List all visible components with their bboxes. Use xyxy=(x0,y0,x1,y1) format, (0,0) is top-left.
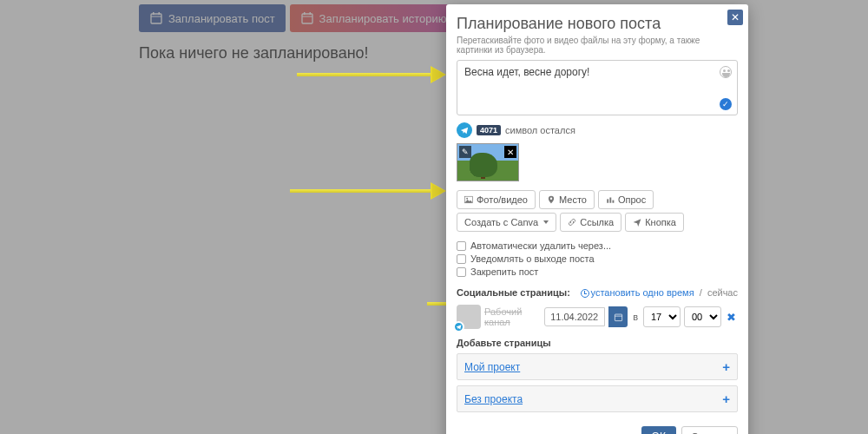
project-link[interactable]: Без проекта xyxy=(464,393,523,405)
char-count-badge: 4071 xyxy=(477,125,501,135)
image-icon xyxy=(464,195,473,204)
canva-button[interactable]: Создать с Canva xyxy=(457,213,556,232)
poll-button[interactable]: Опрос xyxy=(598,190,654,209)
channel-name: Рабочий канал xyxy=(484,306,541,327)
svg-rect-12 xyxy=(612,201,614,203)
svg-rect-11 xyxy=(609,198,611,203)
add-project-button[interactable]: + xyxy=(722,359,730,374)
attachment-thumbnail[interactable]: ✎ ✕ xyxy=(457,143,519,181)
date-input[interactable] xyxy=(544,307,605,326)
svg-point-9 xyxy=(466,198,468,200)
hour-select[interactable]: 17 xyxy=(643,306,681,327)
bars-icon xyxy=(606,195,615,204)
post-text-input[interactable]: Весна идет, весне дорогу! xyxy=(464,66,714,109)
project-row: Без проекта + xyxy=(457,385,738,412)
edit-thumbnail-button[interactable]: ✎ xyxy=(459,146,471,158)
chevron-down-icon xyxy=(543,220,549,224)
emoji-icon[interactable] xyxy=(720,66,732,78)
post-text-wrap: Весна идет, весне дорогу! ✓ xyxy=(457,60,738,115)
char-remain-text: символ остался xyxy=(505,125,575,135)
delete-thumbnail-button[interactable]: ✕ xyxy=(504,146,516,158)
minute-select[interactable]: 00 xyxy=(684,306,721,327)
add-pages-label: Добавьте страницы xyxy=(457,338,738,348)
photo-video-button[interactable]: Фото/видео xyxy=(457,190,536,209)
link-icon xyxy=(568,218,576,227)
button-button[interactable]: Кнопка xyxy=(625,213,684,232)
social-pages-label: Социальные страницы: xyxy=(457,287,570,298)
schedule-post-modal: ✕ Планирование нового поста Перетаскивай… xyxy=(446,4,748,434)
notify-checkbox[interactable]: Уведомлять о выходе поста xyxy=(457,253,738,264)
project-row: Мой проект + xyxy=(457,353,738,380)
set-single-time-link[interactable]: установить одно время xyxy=(591,287,694,298)
calendar-button[interactable] xyxy=(608,306,628,327)
add-project-button[interactable]: + xyxy=(722,391,730,406)
remove-schedule-button[interactable]: ✖ xyxy=(725,311,738,324)
ok-button[interactable]: ОК xyxy=(641,426,676,434)
telegram-badge-icon xyxy=(453,321,464,332)
spellcheck-icon[interactable]: ✓ xyxy=(720,98,732,110)
send-icon xyxy=(633,218,641,227)
svg-rect-13 xyxy=(615,314,621,321)
close-button[interactable]: ✕ xyxy=(727,10,743,25)
link-button[interactable]: Ссылка xyxy=(560,213,621,232)
at-label: в xyxy=(633,312,638,322)
svg-rect-10 xyxy=(607,199,608,202)
modal-title: Планирование нового поста xyxy=(457,15,738,33)
now-link[interactable]: сейчас xyxy=(707,287,738,298)
telegram-icon xyxy=(457,122,472,138)
cancel-button[interactable]: Отмена xyxy=(681,426,738,434)
auto-delete-checkbox[interactable]: Автоматически удалить через... xyxy=(457,240,738,251)
calendar-icon xyxy=(614,312,623,322)
project-link[interactable]: Мой проект xyxy=(464,361,520,373)
clock-icon xyxy=(581,289,589,298)
pin-icon xyxy=(547,195,556,204)
place-button[interactable]: Место xyxy=(539,190,595,209)
channel-avatar[interactable] xyxy=(457,305,481,329)
pin-checkbox[interactable]: Закрепить пост xyxy=(457,266,738,277)
modal-hint: Перетаскивайте фото и видео файлы на эту… xyxy=(457,36,738,55)
